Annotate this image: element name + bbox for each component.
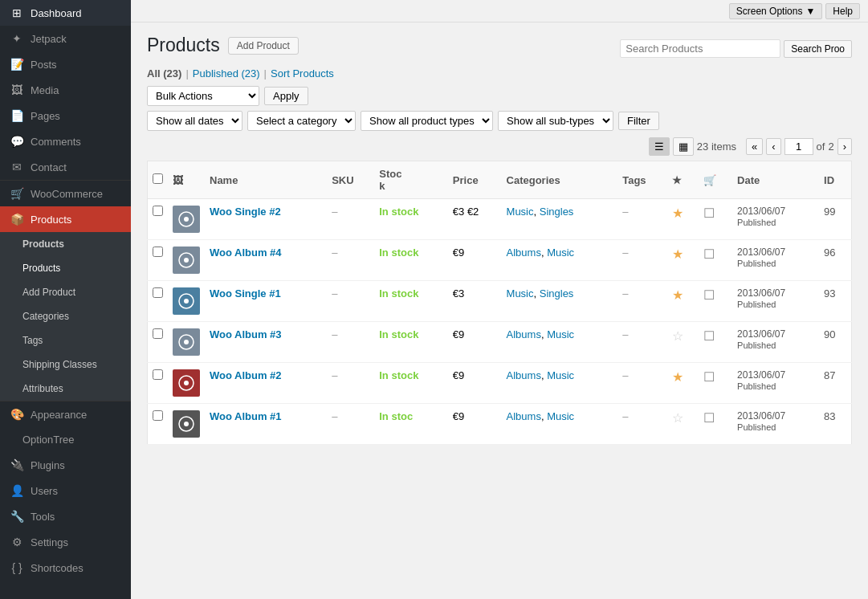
sort-products-link[interactable]: Sort Products bbox=[271, 67, 334, 79]
sidebar-item-plugins[interactable]: 🔌 Plugins bbox=[0, 452, 131, 478]
product-thumbnail bbox=[173, 247, 200, 274]
price-cell: €9 bbox=[448, 240, 502, 281]
next-page-button[interactable]: › bbox=[837, 138, 852, 155]
filter-button[interactable]: Filter bbox=[618, 112, 659, 130]
row-checkbox[interactable] bbox=[153, 206, 163, 216]
featured-cell[interactable]: ★ bbox=[667, 363, 699, 404]
dates-filter[interactable]: Show all dates bbox=[147, 111, 242, 131]
sidebar-item-users[interactable]: 👤 Users bbox=[0, 478, 131, 503]
filter-published[interactable]: Published (23) bbox=[193, 67, 260, 79]
date-header[interactable]: Date bbox=[732, 161, 819, 199]
prev-page-button[interactable]: ‹ bbox=[766, 138, 780, 155]
screen-options-button[interactable]: Screen Options ▼ bbox=[729, 3, 823, 19]
sidebar-item-optiontree[interactable]: OptionTree bbox=[0, 427, 131, 452]
sidebar-item-media[interactable]: 🖼 Media bbox=[0, 77, 131, 103]
sidebar-item-woocommerce[interactable]: 🛒 WooCommerce bbox=[0, 181, 131, 206]
sidebar-item-tools[interactable]: 🔧 Tools bbox=[0, 503, 131, 529]
featured-cell[interactable]: ★ bbox=[667, 199, 699, 240]
featured-star[interactable]: ☆ bbox=[672, 329, 683, 343]
category-link[interactable]: Music bbox=[507, 287, 534, 300]
featured-star[interactable]: ★ bbox=[672, 247, 683, 261]
row-checkbox[interactable] bbox=[153, 410, 163, 421]
product-name-link[interactable]: Woo Single #2 bbox=[210, 206, 281, 218]
sidebar-item-posts[interactable]: 📝 Posts bbox=[0, 51, 131, 77]
featured-cell[interactable]: ★ bbox=[667, 281, 699, 322]
price-header[interactable]: Price bbox=[448, 161, 502, 199]
featured-star[interactable]: ★ bbox=[672, 206, 683, 220]
grid-view-button[interactable]: ▦ bbox=[673, 137, 694, 156]
category-link[interactable]: Music bbox=[507, 206, 534, 218]
stock-status: In stock bbox=[379, 247, 418, 259]
submenu-item-add-product[interactable]: Add Product bbox=[0, 280, 131, 304]
list-view-button[interactable]: ☰ bbox=[649, 137, 670, 156]
row-checkbox-cell[interactable] bbox=[148, 363, 169, 404]
name-header[interactable]: Name bbox=[205, 161, 327, 199]
sidebar-item-dashboard[interactable]: ⊞ Dashboard bbox=[0, 0, 131, 26]
product-types-filter[interactable]: Show all product types bbox=[361, 111, 493, 131]
category-link[interactable]: Music bbox=[547, 247, 574, 259]
row-checkbox[interactable] bbox=[153, 369, 163, 380]
submenu-item-categories[interactable]: Categories bbox=[0, 304, 131, 328]
submenu-item-shipping-classes[interactable]: Shipping Classes bbox=[0, 352, 131, 377]
sidebar-item-shortcodes[interactable]: { } Shortcodes bbox=[0, 555, 131, 581]
select-all-header[interactable] bbox=[148, 161, 169, 199]
product-name-link[interactable]: Woo Album #4 bbox=[210, 247, 282, 259]
sidebar-item-products[interactable]: 📦 Products bbox=[0, 206, 131, 232]
first-page-button[interactable]: « bbox=[746, 138, 763, 155]
row-checkbox[interactable] bbox=[153, 328, 163, 339]
category-link[interactable]: Albums bbox=[507, 369, 541, 381]
category-link[interactable]: Singles bbox=[540, 287, 574, 300]
help-button[interactable]: Help bbox=[825, 3, 860, 19]
category-link[interactable]: Music bbox=[547, 328, 574, 340]
date-cell: 2013/06/07 Published bbox=[732, 240, 819, 281]
submenu-item-tags[interactable]: Tags bbox=[0, 328, 131, 352]
sidebar-item-contact[interactable]: ✉ Contact bbox=[0, 154, 131, 180]
sku-header[interactable]: SKU bbox=[327, 161, 374, 199]
bulk-actions-select[interactable]: Bulk Actions bbox=[147, 86, 259, 106]
featured-star[interactable]: ★ bbox=[672, 288, 683, 302]
id-header[interactable]: ID bbox=[819, 161, 851, 199]
category-link[interactable]: Music bbox=[547, 410, 574, 422]
submenu-item-attributes[interactable]: Attributes bbox=[0, 377, 131, 401]
page-title: Products bbox=[147, 35, 220, 56]
category-filter[interactable]: Select a category bbox=[247, 111, 356, 131]
filter-all[interactable]: All (23) bbox=[147, 67, 181, 79]
sidebar-item-settings[interactable]: ⚙ Settings bbox=[0, 529, 131, 555]
product-name-link[interactable]: Woo Album #3 bbox=[210, 328, 282, 340]
row-checkbox[interactable] bbox=[153, 287, 163, 298]
submenu-item-products[interactable]: Products bbox=[0, 256, 131, 280]
current-page-input[interactable] bbox=[784, 138, 813, 155]
apply-button[interactable]: Apply bbox=[264, 87, 308, 105]
category-link[interactable]: Albums bbox=[507, 328, 541, 340]
category-link[interactable]: Music bbox=[547, 369, 574, 381]
product-name-link[interactable]: Woo Album #2 bbox=[210, 369, 282, 381]
row-checkbox-cell[interactable] bbox=[148, 240, 169, 281]
featured-cell[interactable]: ☆ bbox=[667, 322, 699, 363]
search-button[interactable]: Search Proo bbox=[784, 40, 852, 58]
add-product-button[interactable]: Add Product bbox=[228, 37, 299, 55]
search-input[interactable] bbox=[620, 39, 780, 58]
row-checkbox-cell[interactable] bbox=[148, 281, 169, 322]
featured-star[interactable]: ☆ bbox=[672, 411, 683, 425]
sidebar-item-jetpack[interactable]: ✦ Jetpack bbox=[0, 26, 131, 51]
featured-star[interactable]: ★ bbox=[672, 370, 683, 384]
disc-icon bbox=[178, 375, 194, 391]
stock-header[interactable]: Stock bbox=[374, 161, 448, 199]
category-link[interactable]: Albums bbox=[507, 247, 541, 259]
row-checkbox[interactable] bbox=[153, 247, 163, 257]
row-checkbox-cell[interactable] bbox=[148, 199, 169, 240]
sidebar-item-appearance[interactable]: 🎨 Appearance bbox=[0, 401, 131, 427]
featured-header[interactable]: ★ bbox=[667, 161, 699, 199]
featured-cell[interactable]: ★ bbox=[667, 240, 699, 281]
row-checkbox-cell[interactable] bbox=[148, 404, 169, 445]
product-name-link[interactable]: Woo Album #1 bbox=[210, 410, 282, 422]
row-checkbox-cell[interactable] bbox=[148, 322, 169, 363]
product-name-link[interactable]: Woo Single #1 bbox=[210, 287, 281, 300]
category-link[interactable]: Albums bbox=[507, 410, 541, 422]
select-all-checkbox[interactable] bbox=[153, 173, 163, 184]
sub-types-filter[interactable]: Show all sub-types bbox=[498, 111, 613, 131]
featured-cell[interactable]: ☆ bbox=[667, 404, 699, 445]
category-link[interactable]: Singles bbox=[540, 206, 574, 218]
sidebar-item-pages[interactable]: 📄 Pages bbox=[0, 103, 131, 128]
sidebar-item-comments[interactable]: 💬 Comments bbox=[0, 128, 131, 154]
